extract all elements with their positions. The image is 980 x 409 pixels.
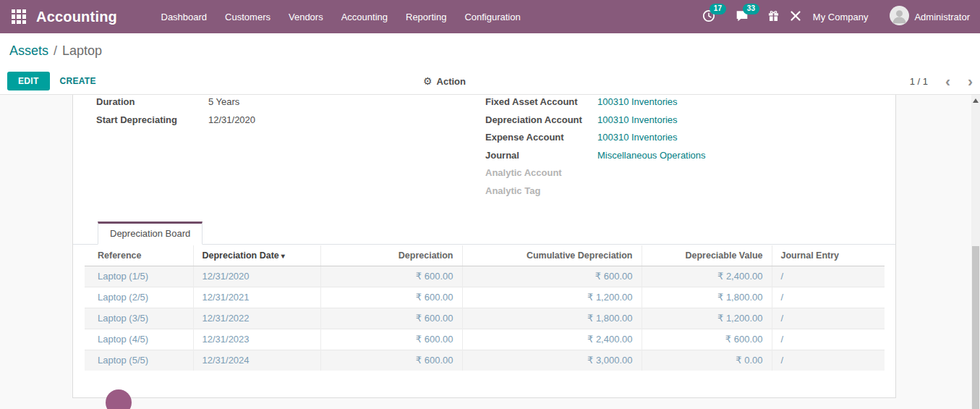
tools-icon [790, 10, 801, 24]
messages-button[interactable]: 33 [733, 7, 759, 28]
support-tools-button[interactable] [788, 7, 803, 27]
table-header-row: Reference Depreciation Date▾ Depreciatio… [85, 245, 885, 266]
nav-accounting[interactable]: Accounting [336, 0, 393, 33]
nav-configuration[interactable]: Configuration [459, 0, 526, 33]
message-count-badge: 33 [743, 4, 759, 14]
breadcrumb-separator: / [54, 43, 57, 59]
pager: 1 / 1 ‹ › [910, 76, 973, 87]
breadcrumb-current: Laptop [62, 43, 102, 59]
pager-previous-button[interactable]: ‹ [945, 76, 950, 86]
app-title[interactable]: Accounting [36, 9, 117, 25]
tab-depreciation-board[interactable]: Depreciation Board [98, 222, 203, 245]
topbar-right: 17 33 My Company Administrator [699, 6, 971, 28]
column-header-cumulative-depreciation[interactable]: Cumulative Depreciation [462, 245, 642, 266]
nav-reporting[interactable]: Reporting [400, 0, 452, 33]
scroll-up-arrow[interactable] [973, 98, 979, 103]
create-button[interactable]: CREATE [60, 76, 96, 86]
table-row[interactable]: Laptop (5/5) 12/31/2024 ₹ 600.00 ₹ 3,000… [85, 350, 885, 371]
activities-button[interactable]: 17 [699, 7, 725, 28]
nav-dashboard[interactable]: Dashboard [155, 0, 213, 33]
depreciation-account-link[interactable]: 100310 Inventories [597, 114, 678, 125]
column-header-depreciation-date[interactable]: Depreciation Date▾ [193, 245, 320, 266]
company-switcher[interactable]: My Company [813, 12, 869, 22]
vertical-scrollbar[interactable] [971, 95, 980, 409]
gift-icon [767, 9, 780, 24]
scrollbar-thumb[interactable] [972, 246, 979, 409]
column-header-depreciation[interactable]: Depreciation [320, 245, 462, 266]
asset-form-fields: Duration 5 Years Start Depreciating 12/3… [73, 95, 895, 203]
top-navbar: Accounting Dashboard Customers Vendors A… [0, 0, 980, 33]
user-name: Administrator [914, 12, 970, 22]
control-panel: EDIT CREATE ⚙ Action 1 / 1 ‹ › [0, 68, 980, 95]
field-depreciation-account: Depreciation Account 100310 Inventories [485, 114, 895, 132]
table-row[interactable]: Laptop (1/5) 12/31/2020 ₹ 600.00 ₹ 600.0… [85, 266, 885, 287]
expense-account-link[interactable]: 100310 Inventories [597, 132, 678, 143]
table-row[interactable]: Laptop (3/5) 12/31/2022 ₹ 600.00 ₹ 1,800… [85, 308, 885, 329]
breadcrumb: Assets / Laptop [0, 33, 980, 68]
pager-value: 1 / 1 [910, 76, 928, 87]
user-menu[interactable]: Administrator [890, 6, 970, 28]
column-header-journal-entry[interactable]: Journal Entry [772, 245, 885, 266]
table-row[interactable]: Laptop (2/5) 12/31/2021 ₹ 600.00 ₹ 1,200… [85, 287, 885, 308]
nav-customers[interactable]: Customers [219, 0, 276, 33]
sort-desc-icon: ▾ [281, 252, 285, 260]
field-fixed-asset-account: Fixed Asset Account 100310 Inventories [485, 96, 895, 114]
apps-menu-icon[interactable] [12, 9, 26, 24]
field-journal: Journal Miscellaneous Operations [485, 150, 895, 168]
fixed-asset-account-link[interactable]: 100310 Inventories [597, 96, 678, 107]
field-analytic-account: Analytic Account [485, 167, 895, 185]
action-label: Action [437, 76, 466, 87]
nav-vendors[interactable]: Vendors [283, 0, 329, 33]
field-duration: Duration 5 Years [96, 96, 485, 114]
notebook-tabs: Depreciation Board [73, 222, 895, 245]
content-area: Duration 5 Years Start Depreciating 12/3… [0, 95, 971, 409]
breadcrumb-assets[interactable]: Assets [9, 43, 48, 59]
table-row[interactable]: Laptop (4/5) 12/31/2023 ₹ 600.00 ₹ 2,400… [85, 329, 885, 350]
activity-count-badge: 17 [710, 4, 726, 14]
pager-next-button[interactable]: › [968, 76, 973, 86]
field-expense-account: Expense Account 100310 Inventories [485, 132, 895, 150]
action-menu-button[interactable]: ⚙ Action [423, 75, 466, 87]
column-header-depreciable-value[interactable]: Depreciable Value [642, 245, 772, 266]
journal-link[interactable]: Miscellaneous Operations [597, 150, 706, 161]
gear-icon: ⚙ [423, 75, 433, 87]
main-menu: Dashboard Customers Vendors Accounting R… [152, 0, 529, 33]
gift-button[interactable] [766, 7, 781, 27]
depreciation-board-table: Reference Depreciation Date▾ Depreciatio… [85, 245, 885, 371]
edit-button[interactable]: EDIT [7, 72, 50, 90]
avatar [890, 6, 909, 28]
field-analytic-tag: Analytic Tag [485, 185, 895, 203]
column-header-reference[interactable]: Reference [85, 245, 193, 266]
form-left-column: Duration 5 Years Start Depreciating 12/3… [96, 96, 485, 203]
form-right-column: Fixed Asset Account 100310 Inventories D… [485, 96, 895, 203]
asset-form-sheet: Duration 5 Years Start Depreciating 12/3… [72, 95, 896, 398]
field-start-depreciating: Start Depreciating 12/31/2020 [96, 114, 485, 132]
